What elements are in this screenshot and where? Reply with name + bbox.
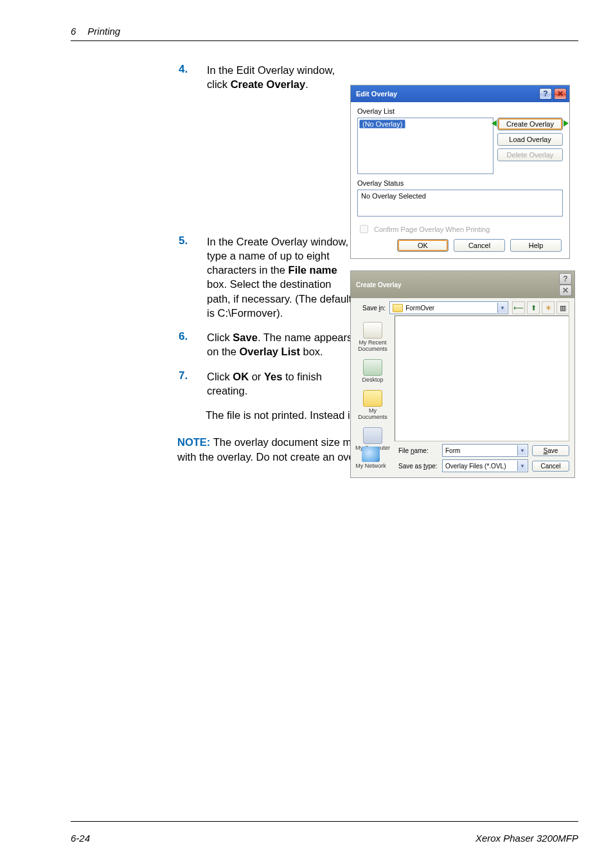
screenshots: Edit Overlay ? ✕ Overlay List (No Overla… [350, 85, 575, 478]
step-7-number: 7. [71, 369, 207, 382]
place-desktop[interactable]: Desktop [353, 357, 393, 385]
view-menu-icon[interactable]: ▥ [556, 301, 569, 314]
step-6-number: 6. [71, 330, 207, 343]
overlay-status-label: Overlay Status [357, 179, 563, 187]
step-5-number: 5. [71, 235, 207, 247]
my-documents-icon [363, 390, 382, 407]
new-folder-icon[interactable]: ✳ [542, 301, 555, 314]
cancel-button[interactable]: Cancel [532, 461, 569, 472]
overlay-list-label: Overlay List [357, 107, 563, 115]
network-icon [362, 447, 380, 462]
step-4-number: 4. [71, 63, 207, 76]
chevron-down-icon[interactable]: ▼ [517, 461, 527, 471]
create-overlay-titlebar[interactable]: Create Overlay ? ✕ [351, 271, 574, 298]
recent-docs-icon [363, 322, 382, 339]
place-mydocs[interactable]: My Documents [353, 387, 393, 422]
file-list-area[interactable] [395, 315, 569, 441]
places-bar: My Recent Documents Desktop My Documents… [351, 315, 395, 441]
load-overlay-button[interactable]: Load Overlay [497, 133, 563, 146]
chapter-number: 6 [71, 26, 76, 37]
step-5-text: In the Create Overlay window, type a nam… [207, 235, 355, 321]
page-number: 6-24 [71, 833, 90, 844]
step-7-text: Click OK or Yes to finish creating. [207, 369, 355, 398]
chevron-down-icon[interactable]: ▼ [497, 303, 507, 313]
step-4-text: In the Edit Overlay window, click Create… [207, 63, 355, 92]
close-icon[interactable]: ✕ [554, 88, 567, 100]
file-name-input[interactable]: Form ▼ [442, 444, 528, 457]
footer: 6-24 Xerox Phaser 3200MFP [71, 833, 578, 844]
product-name: Xerox Phaser 3200MFP [475, 833, 578, 844]
overlay-listbox[interactable]: (No Overlay) [357, 118, 493, 174]
my-computer-icon [363, 427, 382, 444]
back-icon[interactable]: ⟵ [512, 301, 525, 314]
folder-icon [393, 304, 403, 312]
create-overlay-button[interactable]: Create Overlay [497, 118, 563, 130]
cancel-button[interactable]: Cancel [454, 239, 505, 252]
note-label: NOTE: [177, 436, 210, 448]
edit-overlay-title: Edit Overlay [356, 90, 397, 98]
overlay-list-selected[interactable]: (No Overlay) [359, 120, 405, 128]
file-name-value: Form [445, 447, 460, 454]
help-icon[interactable]: ? [539, 88, 552, 100]
save-in-label: Save in: [362, 305, 386, 312]
place-recent[interactable]: My Recent Documents [353, 319, 393, 354]
confirm-overlay-checkbox-input [360, 225, 368, 233]
help-button[interactable]: Help [510, 239, 562, 252]
callout-arrow-right-icon [564, 120, 569, 127]
confirm-overlay-checkbox: Confirm Page Overlay When Printing [357, 223, 563, 235]
up-one-level-icon[interactable]: ⬆ [527, 301, 540, 314]
create-overlay-title: Create Overlay [356, 281, 402, 288]
save-button[interactable]: Save [532, 445, 569, 456]
help-icon[interactable]: ? [559, 273, 572, 285]
running-head: 6 Printing [35, 26, 578, 37]
save-as-type-value: Overlay Files (*.OVL) [445, 463, 506, 470]
save-in-value: FormOver [405, 305, 434, 312]
overlay-status-box: No Overlay Selected [357, 190, 563, 217]
edit-overlay-titlebar[interactable]: Edit Overlay ? ✕ [351, 85, 569, 102]
save-as-type-label: Save as type: [398, 463, 438, 470]
place-network[interactable]: My Network [351, 444, 391, 471]
chevron-down-icon[interactable]: ▼ [517, 445, 527, 456]
edit-overlay-dialog: Edit Overlay ? ✕ Overlay List (No Overla… [350, 85, 570, 259]
create-overlay-dialog: Create Overlay ? ✕ Save in: FormOver ▼ ⟵… [350, 270, 575, 478]
overlay-status-text: No Overlay Selected [361, 192, 426, 200]
confirm-overlay-checkbox-label: Confirm Page Overlay When Printing [374, 226, 490, 233]
save-as-type-combo[interactable]: Overlay Files (*.OVL) ▼ [442, 459, 528, 472]
step-6-text: Click Save. The name appears on the Over… [207, 330, 355, 359]
footer-rule [71, 821, 578, 822]
file-name-label: File name: [398, 447, 438, 454]
chapter-title: Printing [87, 26, 120, 37]
save-in-combo[interactable]: FormOver ▼ [389, 301, 508, 314]
delete-overlay-button: Delete Overlay [497, 148, 563, 161]
close-icon[interactable]: ✕ [559, 285, 572, 296]
ok-button[interactable]: OK [397, 239, 449, 252]
callout-arrow-left-icon [492, 120, 497, 127]
desktop-icon [363, 359, 382, 376]
